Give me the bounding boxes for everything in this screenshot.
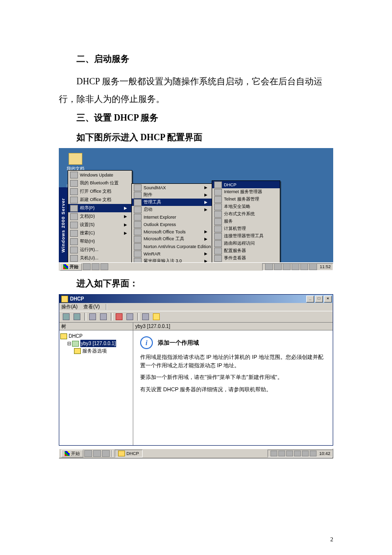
close-button[interactable]: × <box>324 296 332 303</box>
menu-item-icon <box>134 243 142 250</box>
taskbar-clock: 10:42 <box>319 451 330 456</box>
admin-menu-item[interactable]: 路由和远程访问 <box>212 240 280 247</box>
start-menu-item[interactable]: 帮助(H) <box>68 237 132 246</box>
programs-menu-item[interactable]: 管理工具▶ <box>132 199 212 206</box>
tray-icon[interactable] <box>300 263 308 270</box>
admin-menu-item[interactable]: 本地安全策略 <box>212 203 280 210</box>
start-menu-item[interactable]: 程序(P)▶ <box>68 204 132 212</box>
tray-icon[interactable] <box>274 263 282 270</box>
start-menu-item[interactable]: 搜索(C)▶ <box>68 229 132 237</box>
start-menu-item[interactable]: 设置(S)▶ <box>68 221 132 229</box>
submenu-arrow-icon: ▶ <box>120 214 127 219</box>
dhcp-window: DHCP _ □ × 操作(A) 查看(V) <box>59 294 333 446</box>
menu-item-icon <box>134 184 142 191</box>
programs-menu-item[interactable]: Microsoft Office Tools▶ <box>132 228 212 235</box>
taskbar-clock: 11:52 <box>319 264 331 269</box>
admin-menu-item[interactable]: 计算机管理 <box>212 225 280 232</box>
menu-item-icon <box>134 221 142 228</box>
content-title: 添加一个作用域 <box>158 338 199 347</box>
tree-server-node[interactable]: ⊟ yby3 [127.0.0.1] <box>67 340 132 347</box>
menu-item-label: 路由和远程访问 <box>224 240 255 247</box>
quicklaunch-icon[interactable] <box>93 450 101 457</box>
start-menu-item[interactable]: Windows Update <box>68 171 132 179</box>
tray-icon[interactable] <box>278 451 285 456</box>
quicklaunch-icon[interactable] <box>83 263 91 270</box>
menu-item-icon <box>134 236 142 243</box>
start-button-label: 开始 <box>71 451 80 457</box>
menu-view[interactable]: 查看(V) <box>83 303 99 310</box>
detail-header: yby3 [127.0.0.1] <box>133 323 333 330</box>
menu-item-label: 我的 Bluetooth 位置 <box>80 180 119 186</box>
menu-item-label: 新建 Office 文档 <box>80 197 111 203</box>
menu-item-label: 分布式文件系统 <box>224 211 255 217</box>
screenshot-desktop-startmenu: 我的文档 我的电脑 网上邻居 Windows 2000 Server Windo… <box>59 148 333 271</box>
tray-icon[interactable] <box>294 451 301 456</box>
admin-menu-item[interactable]: 配置服务器 <box>212 247 280 254</box>
tray-icon[interactable] <box>292 263 299 270</box>
tray-icon[interactable] <box>265 263 273 270</box>
quicklaunch-icon[interactable] <box>102 450 110 457</box>
back-button[interactable] <box>61 312 71 321</box>
tray-icon[interactable] <box>283 263 291 270</box>
admin-menu-item[interactable]: 事件查看器 <box>212 254 280 262</box>
start-menu-item[interactable]: 运行(R)... <box>68 246 132 254</box>
tray-icon[interactable] <box>270 451 277 456</box>
quicklaunch-icon[interactable] <box>84 450 92 457</box>
menu-item-icon <box>70 222 78 228</box>
menu-item-label: 关机(U)... <box>80 255 98 261</box>
tree-options-node[interactable]: 服务器选项 <box>74 347 132 354</box>
start-button-label: 开始 <box>70 264 78 270</box>
taskbar-task-dhcp[interactable]: DHCP <box>115 450 143 457</box>
properties-button[interactable] <box>125 312 135 321</box>
start-button[interactable]: 开始 <box>61 450 83 457</box>
start-menu-item[interactable]: 文档(D)▶ <box>68 212 132 221</box>
content-paragraph: 作用域是指指派给请求动态 IP 地址的计算机的 IP 地址范围。您必须创建并配置… <box>140 353 326 369</box>
programs-menu-item[interactable]: 附件▶ <box>132 191 212 199</box>
admin-menu-item[interactable]: Telnet 服务器管理 <box>212 196 280 203</box>
tray-icon[interactable] <box>286 451 293 456</box>
tray-icon[interactable] <box>302 451 309 456</box>
menu-item-label: Norton AntiVirus Corporate Edition <box>144 244 211 249</box>
start-menu-item[interactable]: 新建 Office 文档 <box>68 196 132 204</box>
maximize-button[interactable]: □ <box>315 296 323 303</box>
dhcp-icon <box>118 451 125 456</box>
menu-item-label: 配置服务器 <box>224 248 246 254</box>
menu-item-label: 帮助(H) <box>80 238 95 245</box>
programs-menu-item[interactable]: SoundMAX▶ <box>132 184 212 191</box>
help-button[interactable] <box>151 312 161 321</box>
delete-button[interactable] <box>114 312 124 321</box>
show-hide-button[interactable] <box>98 312 108 321</box>
programs-menu-item[interactable]: Outlook Express <box>132 221 212 228</box>
start-menu-item[interactable]: 打开 Office 文档 <box>68 187 132 196</box>
programs-menu-item[interactable]: WinRAR▶ <box>132 250 212 257</box>
menu-item-label: 程序(P) <box>80 205 95 211</box>
admin-menu-item[interactable]: DHCP <box>212 181 280 188</box>
admin-menu-item[interactable]: 服务 <box>212 218 280 225</box>
menu-action[interactable]: 操作(A) <box>61 303 77 310</box>
quicklaunch-icon[interactable] <box>92 263 99 270</box>
programs-menu-item[interactable]: Microsoft Office 工具▶ <box>132 235 212 243</box>
tree-root[interactable]: DHCP <box>60 332 132 340</box>
toolbar <box>59 311 333 322</box>
up-button[interactable] <box>88 312 98 321</box>
admin-menu-item[interactable]: 连接管理器管理工具 <box>212 232 280 240</box>
minimize-button[interactable]: _ <box>306 296 314 303</box>
programs-menu-item[interactable]: Internet Explorer <box>132 213 212 221</box>
programs-menu-item[interactable]: 启动▶ <box>132 206 212 213</box>
start-button[interactable]: 开始 <box>60 263 82 271</box>
menu-item-icon <box>214 240 222 247</box>
forward-button[interactable] <box>72 312 82 321</box>
quicklaunch-icon[interactable] <box>100 263 108 270</box>
admin-menu-item[interactable]: 分布式文件系统 <box>212 210 280 218</box>
tray-icon[interactable] <box>310 451 317 456</box>
tray-icon[interactable] <box>309 263 317 270</box>
desktop-icon-documents[interactable]: 我的文档 <box>65 153 86 172</box>
system-tray: 10:42 <box>268 450 333 457</box>
admin-menu-item[interactable]: Internet 服务管理器 <box>212 188 280 196</box>
refresh-button[interactable] <box>141 312 150 321</box>
start-menu-item[interactable]: 关机(U)... <box>68 254 132 262</box>
start-menu-item[interactable]: 我的 Bluetooth 位置 <box>68 179 132 187</box>
menu-item-icon <box>214 189 222 196</box>
heading-2: 二、启动服务 <box>59 53 333 65</box>
programs-menu-item[interactable]: Norton AntiVirus Corporate Edition▶ <box>132 243 212 250</box>
